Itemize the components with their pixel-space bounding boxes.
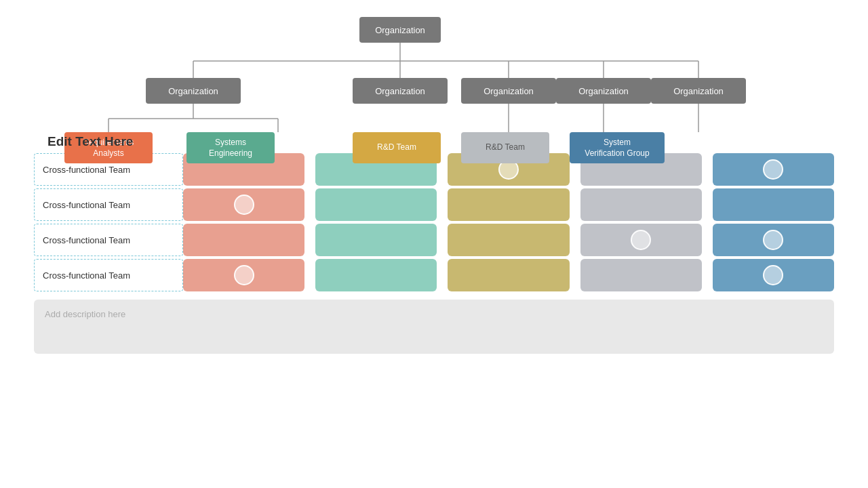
edit-label[interactable]: Edit Text Here	[47, 134, 133, 149]
svg-text:Organization: Organization	[375, 86, 425, 96]
circle-4-0	[234, 265, 254, 285]
cell-4-4	[713, 259, 834, 291]
row-cells-4	[183, 259, 834, 291]
row-cells-3	[183, 224, 834, 256]
connector-lines: Organization Organization Organization O…	[34, 14, 834, 149]
matrix-row-4: Cross-functional Team	[34, 259, 834, 291]
circle-4-4	[763, 265, 783, 285]
cell-2-4	[713, 188, 834, 221]
svg-text:Verification Group: Verification Group	[585, 148, 650, 158]
cell-4-1	[315, 259, 437, 291]
matrix-area: Cross-functional Team Cross-functional T…	[34, 153, 834, 294]
cell-1-4	[713, 153, 834, 186]
svg-text:Engineering: Engineering	[209, 148, 252, 158]
page-container: Organization Organization Organization O…	[0, 0, 868, 488]
row-label-3: Cross-functional Team	[34, 224, 183, 256]
row-label-4: Cross-functional Team	[34, 259, 183, 291]
svg-text:System: System	[604, 138, 631, 147]
cell-3-3	[580, 224, 702, 256]
cell-3-2	[448, 224, 569, 256]
row-cells-2	[183, 188, 834, 221]
cell-2-0	[183, 188, 304, 221]
svg-text:Analysts: Analysts	[93, 148, 123, 158]
svg-rect-36	[570, 132, 665, 163]
svg-text:Organization: Organization	[673, 86, 724, 96]
cell-4-0	[183, 259, 304, 291]
svg-rect-29	[186, 132, 275, 163]
cell-3-4	[713, 224, 834, 256]
description-placeholder: Add description here	[45, 309, 125, 319]
svg-text:Organization: Organization	[484, 86, 534, 96]
circle-1-4	[763, 159, 783, 180]
cell-4-3	[580, 259, 702, 291]
cell-2-1	[315, 188, 437, 221]
svg-text:R&D Team: R&D Team	[377, 142, 416, 152]
matrix-row-2: Cross-functional Team	[34, 188, 834, 221]
svg-text:Organization: Organization	[375, 25, 425, 35]
cell-4-2	[448, 259, 569, 291]
svg-text:R&D Team: R&D Team	[486, 142, 525, 152]
cell-3-0	[183, 224, 304, 256]
matrix-row-3: Cross-functional Team	[34, 224, 834, 256]
svg-text:Organization: Organization	[578, 86, 629, 96]
circle-2-0	[234, 195, 254, 215]
cell-3-1	[315, 224, 437, 256]
circle-3-3	[631, 230, 651, 250]
svg-text:Organization: Organization	[168, 86, 218, 96]
cell-2-3	[580, 188, 702, 221]
circle-3-4	[763, 230, 783, 250]
description-box[interactable]: Add description here	[34, 300, 834, 354]
svg-text:Systems: Systems	[215, 138, 246, 147]
cell-2-2	[448, 188, 569, 221]
row-label-2: Cross-functional Team	[34, 188, 183, 221]
org-chart-top: Organization Organization Organization O…	[34, 14, 834, 149]
